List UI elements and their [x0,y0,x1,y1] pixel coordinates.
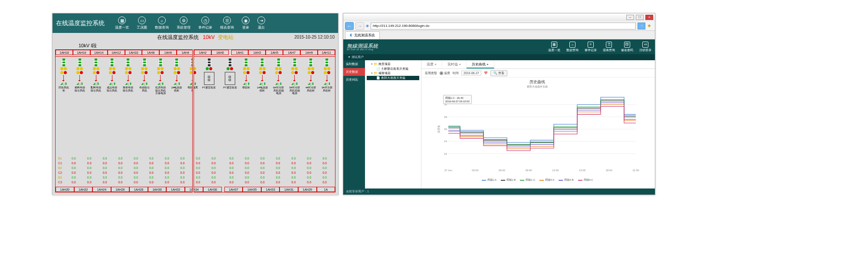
feeder-label: 1#电源进线柜 [256,86,268,92]
browser-tab[interactable]: ◐ 无线测温系统 [345,31,380,39]
tree-node-selected[interactable]: 📄夜郎大道西开关箱 [367,76,419,81]
station-label: 变电站 [218,34,233,40]
app-title: 在线温度监控系统 [56,20,105,27]
nav-grid-icon[interactable]: ▦温度一览 [115,16,129,30]
svg-text:06:00: 06:00 [499,169,506,172]
app-logo: 無線測温系統 wu xian ce wen xi tong [347,43,378,51]
nav-gear-icon[interactable]: ⚙系统管理 [177,16,191,30]
bay-label: 1AH12 [108,50,125,55]
feeder-label: 配料布袋除尘风机 [90,86,102,92]
system-title: 在线温度监控系统 10kV 变电站 [157,34,233,41]
feeder-label: 3#环冷鼓风机柜 [321,86,333,92]
bay-label: 1AH20 [56,187,74,192]
content-tab[interactable]: 实时值 × [442,60,467,68]
feeder-label: 布袋除尘风机 [138,86,151,92]
user-bar[interactable]: ▼ 测试用户 [343,54,655,60]
browser-back-button[interactable]: ← [345,22,354,30]
calendar-icon[interactable]: 📅 [484,72,488,75]
legend-item[interactable]: 间隔1-A [482,178,496,182]
legend-item[interactable]: 间隔4-C [578,178,593,182]
nav-document-icon[interactable]: ☰报表查询 [603,42,615,52]
svg-text:26: 26 [444,128,447,130]
bay-label: 1AH33 [261,187,280,192]
tree-node[interactable]: 📄土桥新庄街东开关箱 [367,67,419,72]
browser-go-button[interactable]: → [638,23,645,29]
timestamp: 2015-10-25 12:10:10 [294,35,335,39]
content-tab[interactable]: 历史曲线 × [467,60,494,68]
bay-label: 1AH10 [125,50,142,55]
single-line-diagram: 1AH181AH161AH141AH121AH101AH81AH61AH41AH… [55,49,335,192]
bay-label: 1A [317,187,335,192]
view-button[interactable]: 🔍 查看 [490,70,507,76]
bay-label: 1AH22 [74,187,93,192]
app-header: 無線測温系統 wu xian ce wen xi tong ▦温度一览⌕数据查询… [343,39,655,54]
chart-tooltip: 间隔1-C : 26.40 2016-06-27 00:10:00 [443,95,472,104]
status-bar: 当前登录用户：1 [343,188,655,195]
address-bar[interactable] [371,23,636,29]
sidebar: 实时数据历史数据历史对比 [343,60,365,188]
date-picker[interactable]: 2016-06-27 [461,71,481,75]
magnify-icon: ⌕ [569,42,575,48]
bay-label: 1AH7 [283,50,300,55]
chart-title: 历史曲线 [423,79,651,85]
feeder-label: 回热风机柜 [58,86,70,92]
chart[interactable]: 历史曲线 夜郎大道西开关箱 222426283027.Jun03:0006:00… [421,78,655,188]
legend-item[interactable]: 间隔1-B [501,178,516,182]
sidebar-item[interactable]: 历史对比 [343,76,365,84]
tree-node[interactable]: 📁南京项目 [367,62,419,67]
nav-monitor-icon[interactable]: ▭工况图 [137,16,147,30]
legend-item[interactable]: 间隔1-C [520,178,535,182]
filter-type-label: 应用类型 [425,71,437,75]
svg-text:28: 28 [444,116,447,118]
legend-item[interactable]: 间隔4-B [559,178,573,182]
nav-exit-icon[interactable]: ⇥退出 [257,16,265,30]
measurement-row: B20.00.00.00.00.00.00.00.00.00.00.00.00.… [58,166,332,170]
filter-time-label: 时间 [453,71,459,75]
measurement-row: C20.00.00.00.00.00.00.00.00.00.00.00.00.… [58,170,332,175]
svg-text:12:00: 12:00 [552,169,559,172]
content-tab[interactable]: 温度 × [421,60,442,68]
logout-icon: ⤆ [642,42,648,48]
window-minimize-button[interactable]: – [626,15,634,20]
device-tree: 📁南京项目 📄土桥新庄街东开关箱 📁城管项目 📄夜郎大道西开关箱 [365,60,421,188]
filter-bar: 应用类型 温度 时间 2016-06-27 📅 🔍 查看 [421,69,655,78]
bay-label: 1AH28 [129,187,148,192]
document-icon: ☰ [223,16,231,24]
nav-logout-icon[interactable]: ⤆注销登录 [639,42,651,52]
nav-list-icon[interactable]: ≡事件记录 [585,42,597,52]
key-icon: ⚿ [624,42,630,48]
star-icon[interactable]: ★ [647,23,653,29]
nav-key-icon[interactable]: ⚿修改密码 [621,42,633,52]
gear-icon: ⚙ [180,16,187,24]
tree-node[interactable]: 📁城管项目 [367,71,419,76]
svg-text:15:00: 15:00 [579,169,586,172]
svg-text:24: 24 [444,140,447,143]
legend-item[interactable]: 间隔4-A [539,178,554,182]
browser-forward-button[interactable]: → [355,22,364,30]
feeder-label: 6#环冷鼓风机变频电源 [273,86,285,95]
user-icon: ◉ [242,16,250,24]
measurement-row: C10.00.00.00.00.00.00.00.00.00.00.00.00.… [58,161,332,166]
window-close-button[interactable]: × [645,15,653,20]
nav-user-icon[interactable]: ◉登录 [242,16,250,30]
browser-tabs: ◐ 无线测温系统 [343,31,655,39]
feeder-label: 4#环冷鼓风机柜 [305,86,317,92]
window-maximize-button[interactable]: □ [636,15,644,20]
nav-document-icon[interactable]: ☰报表查询 [220,16,234,30]
bay-label: 1AH30 [148,187,167,192]
nav-grid-icon[interactable]: ▦温度一览 [548,42,560,52]
bay-label: 1AH16 [73,50,90,55]
sidebar-item[interactable]: 实时数据 [343,60,365,68]
radio-temperature[interactable]: 温度 [440,71,450,75]
bay-label: 1AH8 [142,50,159,55]
browser-window: – □ × ← → ◉ → ★ ◐ 无线测温系统 無線測温系統 wu xian … [343,13,655,195]
feeder-label: 母联柜 [242,86,250,89]
bay-label: 1AH4 [177,50,194,55]
nav-magnify-icon[interactable]: ⌕数据查询 [566,42,579,52]
nav-clock-icon[interactable]: ◷事件记录 [198,16,212,30]
sidebar-item[interactable]: 历史数据 [343,68,365,76]
bay-label: 1AH1 [231,50,249,55]
nav-magnify-icon[interactable]: ⌕数据查询 [155,16,169,30]
bay-label: 1AH37 [224,187,243,192]
page-icon: ◉ [366,24,369,28]
